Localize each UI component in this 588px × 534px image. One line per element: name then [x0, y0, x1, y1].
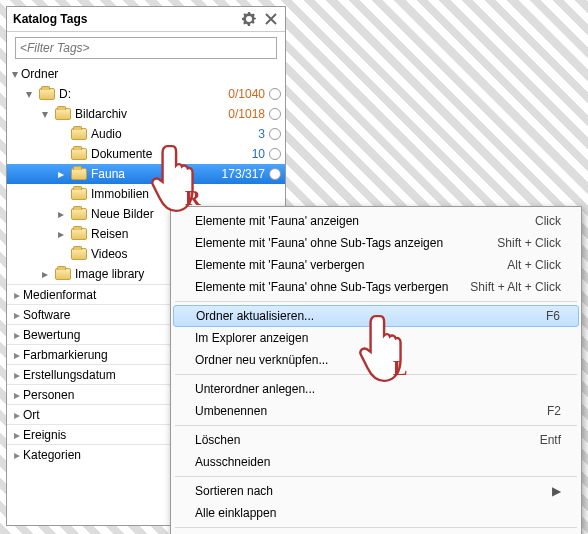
folder-icon — [71, 248, 87, 260]
folder-icon — [55, 108, 71, 120]
menu-refresh-folder[interactable]: Ordner aktualisieren...F6 — [173, 305, 579, 327]
radio-marker[interactable] — [269, 148, 281, 160]
tree-item-d[interactable]: ▾ D: 0/1040 — [7, 84, 285, 104]
tree-item-fauna[interactable]: ▸ Fauna 173/317 — [7, 164, 285, 184]
menu-hide-elements-nosub[interactable]: Elemente mit 'Fauna' ohne Sub-Tags verbe… — [173, 276, 579, 298]
folder-icon — [71, 148, 87, 160]
gear-icon[interactable] — [241, 11, 257, 27]
folder-icon — [71, 128, 87, 140]
item-count: 10 — [252, 147, 265, 161]
tree-item-bildarchiv[interactable]: ▾ Bildarchiv 0/1018 — [7, 104, 285, 124]
menu-separator — [175, 527, 577, 528]
radio-marker[interactable] — [269, 128, 281, 140]
folder-icon — [39, 88, 55, 100]
filter-tags-input[interactable] — [15, 37, 277, 59]
chevron-right-icon[interactable]: ▸ — [11, 288, 23, 302]
folder-icon — [71, 228, 87, 240]
tree-item-immobilien[interactable]: Immobilien — [7, 184, 285, 204]
chevron-right-icon[interactable]: ▸ — [11, 368, 23, 382]
menu-separator — [175, 425, 577, 426]
menu-separator — [175, 301, 577, 302]
menu-sort-by[interactable]: Sortieren nach▶ — [173, 480, 579, 502]
menu-cut[interactable]: Ausschneiden — [173, 451, 579, 473]
chevron-right-icon: ▶ — [551, 484, 561, 498]
chevron-down-icon[interactable]: ▾ — [9, 67, 21, 81]
close-icon[interactable] — [263, 11, 279, 27]
panel-header: Katalog Tags — [7, 7, 285, 32]
menu-hide-elements[interactable]: Elemente mit 'Fauna' verbergenAlt + Clic… — [173, 254, 579, 276]
chevron-right-icon[interactable]: ▸ — [11, 388, 23, 402]
tree-item-audio[interactable]: Audio 3 — [7, 124, 285, 144]
menu-show-elements[interactable]: Elemente mit 'Fauna' anzeigenClick — [173, 210, 579, 232]
folder-icon — [71, 208, 87, 220]
tree-item-dokumente[interactable]: Dokumente 10 — [7, 144, 285, 164]
item-count: 0/1040 — [228, 87, 265, 101]
chevron-down-icon[interactable]: ▾ — [23, 87, 35, 101]
menu-rename[interactable]: UmbenennenF2 — [173, 400, 579, 422]
chevron-right-icon[interactable]: ▸ — [39, 267, 51, 281]
chevron-right-icon[interactable]: ▸ — [55, 227, 67, 241]
chevron-right-icon[interactable]: ▸ — [11, 308, 23, 322]
folder-icon — [71, 188, 87, 200]
panel-title: Katalog Tags — [13, 12, 87, 26]
item-count: 0/1018 — [228, 107, 265, 121]
menu-separator — [175, 476, 577, 477]
item-count: 173/317 — [222, 167, 265, 181]
menu-collapse-all[interactable]: Alle einklappen — [173, 502, 579, 524]
menu-relink-folder[interactable]: Ordner neu verknüpfen... — [173, 349, 579, 371]
folder-icon — [71, 168, 87, 180]
menu-new-subfolder[interactable]: Unterordner anlegen... — [173, 378, 579, 400]
chevron-right-icon[interactable]: ▸ — [11, 328, 23, 342]
folder-icon — [55, 268, 71, 280]
chevron-right-icon[interactable]: ▸ — [55, 207, 67, 221]
menu-separator — [175, 374, 577, 375]
menu-show-elements-nosub[interactable]: Elemente mit 'Fauna' ohne Sub-Tags anzei… — [173, 232, 579, 254]
radio-marker[interactable] — [269, 108, 281, 120]
radio-marker[interactable] — [269, 168, 281, 180]
context-menu: Elemente mit 'Fauna' anzeigenClick Eleme… — [170, 206, 582, 534]
chevron-down-icon[interactable]: ▾ — [39, 107, 51, 121]
menu-delete[interactable]: LöschenEntf — [173, 429, 579, 451]
chevron-right-icon[interactable]: ▸ — [55, 167, 67, 181]
item-count: 3 — [258, 127, 265, 141]
chevron-right-icon[interactable]: ▸ — [11, 448, 23, 462]
chevron-right-icon[interactable]: ▸ — [11, 428, 23, 442]
radio-marker[interactable] — [269, 88, 281, 100]
chevron-right-icon[interactable]: ▸ — [11, 408, 23, 422]
menu-show-in-explorer[interactable]: Im Explorer anzeigen — [173, 327, 579, 349]
tree-root-ordner[interactable]: ▾ Ordner — [7, 64, 285, 84]
chevron-right-icon[interactable]: ▸ — [11, 348, 23, 362]
